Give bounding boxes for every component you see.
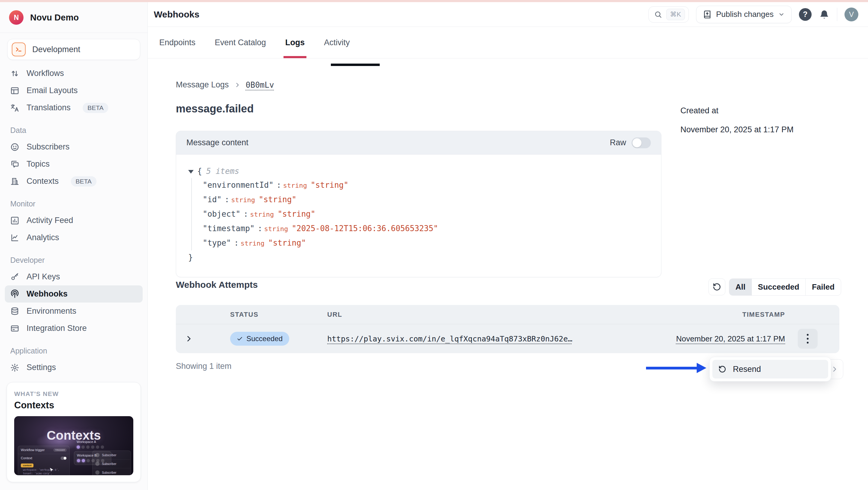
- header-actions: ⌘K Publish changes ? V: [648, 6, 859, 23]
- cursor-icon: [49, 467, 54, 473]
- sidebar-item-api-keys[interactable]: API Keys: [5, 268, 143, 285]
- sidebar-item-label: Topics: [27, 159, 50, 169]
- card-icon: [10, 324, 19, 333]
- sidebar-item-email-layouts[interactable]: Email Layouts: [5, 82, 143, 99]
- json-row: "object":string"string": [203, 207, 650, 222]
- chat-bubbles-icon: [10, 160, 19, 169]
- beta-badge: BETA: [71, 176, 96, 187]
- sidebar-item-analytics[interactable]: Analytics: [5, 229, 143, 246]
- table-footer-count: Showing 1 item: [176, 362, 231, 371]
- json-root-line[interactable]: {5 items: [188, 164, 650, 178]
- attempt-timestamp[interactable]: November 20, 2025 at 1:17 PM: [676, 334, 785, 343]
- beta-badge: BETA: [83, 103, 108, 113]
- section-label-monitor: Monitor: [10, 199, 137, 208]
- graphic-toggle: [61, 457, 67, 460]
- publish-changes-label: Publish changes: [716, 10, 774, 19]
- collapse-triangle-icon[interactable]: [188, 170, 194, 173]
- sidebar-item-label: Analytics: [27, 233, 59, 242]
- help-button[interactable]: ?: [799, 8, 812, 21]
- tab-event-catalog[interactable]: Event Catalog: [215, 27, 266, 58]
- sidebar-item-label: Email Layouts: [27, 86, 78, 95]
- graphic-code-line: workspace: 'workspace-b',: [18, 468, 69, 472]
- search-button[interactable]: ⌘K: [648, 6, 689, 23]
- status-cell: Succeeded: [203, 332, 327, 346]
- sidebar-item-integration-store[interactable]: Integration Store: [5, 320, 143, 337]
- section-label-data: Data: [10, 126, 137, 135]
- rotate-ccw-icon: [713, 283, 721, 291]
- translate-icon: [10, 103, 19, 112]
- org-switcher[interactable]: N Novu Demo: [0, 0, 148, 33]
- filter-failed[interactable]: Failed: [805, 279, 841, 295]
- user-avatar[interactable]: V: [844, 7, 858, 22]
- tab-endpoints[interactable]: Endpoints: [159, 27, 195, 58]
- whats-new-graphic: Contexts Workflow triggerTRIGGER Context…: [14, 416, 133, 475]
- filter-all[interactable]: All: [729, 279, 752, 295]
- notifications-bell-icon[interactable]: [819, 9, 830, 20]
- chevron-down-icon: [778, 11, 785, 18]
- row-actions-menu: Resend: [709, 357, 831, 382]
- tab-activity[interactable]: Activity: [324, 27, 350, 58]
- chevron-right-icon: [234, 82, 240, 88]
- expand-row-button[interactable]: [185, 335, 203, 342]
- sidebar-item-label: Workflows: [27, 69, 64, 78]
- menu-item-resend[interactable]: Resend: [712, 360, 828, 379]
- rotate-ccw-icon: [718, 365, 726, 373]
- attempts-table-header: STATUS URL TIMESTAMP: [176, 305, 839, 324]
- annotation-arrow: [646, 367, 697, 369]
- tab-logs[interactable]: Logs: [285, 27, 305, 58]
- top-loading-bar: [0, 0, 868, 2]
- created-at-value: November 20, 2025 at 1:17 PM: [680, 125, 794, 134]
- trigger-badge: TRIGGER: [53, 449, 67, 452]
- column-header-url: URL: [327, 311, 640, 319]
- message-content-title: Message content: [186, 138, 249, 148]
- sidebar-item-label: Webhooks: [27, 289, 67, 299]
- sidebar-item-contexts[interactable]: Contexts BETA: [5, 173, 143, 190]
- environment-switcher[interactable]: Development: [7, 39, 140, 60]
- terminal-icon: [12, 42, 26, 56]
- sidebar-item-topics[interactable]: Topics: [5, 156, 143, 173]
- json-row: "id":string"string": [203, 193, 650, 207]
- breadcrumb-current-id[interactable]: 0B0mLv: [246, 80, 274, 90]
- sidebar-item-environments[interactable]: Environments: [5, 302, 143, 320]
- sidebar-item-label: Contexts: [27, 176, 59, 186]
- status-text: Succeeded: [246, 334, 283, 343]
- attempts-table: STATUS URL TIMESTAMP Succeeded https://p…: [176, 305, 839, 353]
- json-row: "timestamp":string"2025-08-12T15:06:36.6…: [203, 222, 650, 236]
- sidebar-item-label: Settings: [27, 363, 56, 372]
- json-items-hint: 5 items: [206, 167, 240, 176]
- book-up-icon: [703, 10, 711, 19]
- graphic-code-line: tenant: 'acme-corp',: [18, 472, 69, 475]
- kebab-icon: [807, 334, 809, 336]
- raw-toggle[interactable]: [631, 137, 651, 148]
- sidebar-item-webhooks[interactable]: Webhooks: [5, 285, 143, 302]
- publish-changes-button[interactable]: Publish changes: [696, 6, 792, 23]
- breadcrumb-parent[interactable]: Message Logs: [176, 80, 229, 90]
- sidebar-item-subscribers[interactable]: Subscribers: [5, 138, 143, 156]
- building-icon: [10, 177, 19, 186]
- created-at-label: Created at: [680, 106, 794, 116]
- refresh-attempts-button[interactable]: [709, 279, 725, 295]
- filter-succeeded[interactable]: Succeeded: [752, 279, 805, 295]
- org-name: Novu Demo: [30, 13, 79, 23]
- help-glyph: ?: [803, 10, 807, 19]
- attempt-row[interactable]: Succeeded https://play.svix.com/in/e_lqf…: [176, 324, 839, 353]
- gear-icon: [10, 363, 19, 372]
- sidebar-item-label: API Keys: [27, 272, 60, 282]
- sidebar-item-activity-feed[interactable]: Activity Feed: [5, 212, 143, 229]
- whats-new-card[interactable]: WHAT'S NEW Contexts Contexts Workflow tr…: [7, 382, 141, 482]
- sidebar-item-workflows[interactable]: Workflows: [5, 65, 143, 82]
- subscriber-face-icon: [10, 142, 19, 152]
- sidebar-item-settings[interactable]: Settings: [5, 359, 143, 376]
- status-badge: Succeeded: [230, 332, 289, 346]
- attempt-url-link[interactable]: https://play.svix.com/in/e_lqfXqcna94aTq…: [327, 334, 572, 343]
- sidebar-item-translations[interactable]: Translations BETA: [5, 99, 143, 116]
- sidebar-item-label: Integration Store: [27, 324, 87, 333]
- novu-logo: N: [9, 10, 24, 25]
- avatar-initial: V: [849, 10, 854, 19]
- webhook-broadcast-icon: [10, 290, 19, 299]
- page-header: Webhooks ⌘K Publish changes ? V: [148, 2, 868, 27]
- webhook-attempts-heading: Webhook Attempts: [176, 280, 258, 290]
- url-cell: https://play.svix.com/in/e_lqfXqcna94aTq…: [327, 334, 640, 343]
- environment-name: Development: [32, 45, 80, 54]
- row-actions-menu-button[interactable]: [798, 329, 818, 349]
